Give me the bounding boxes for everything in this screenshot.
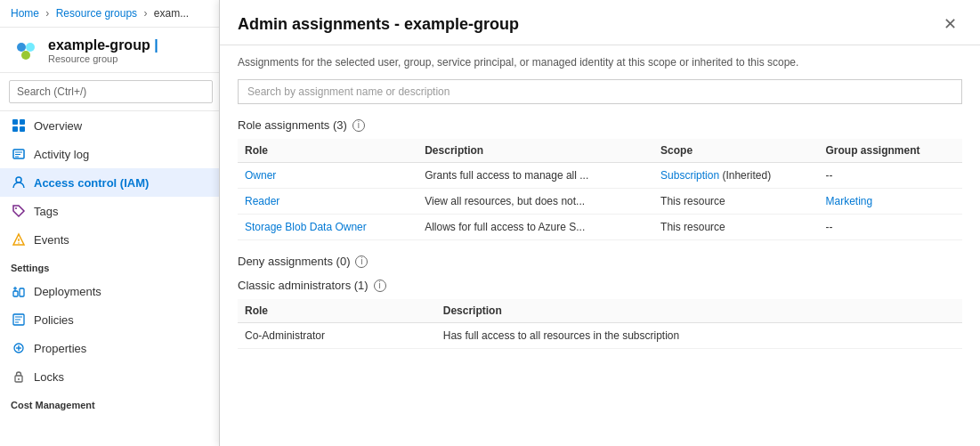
description-cell: Grants full access to manage all ...: [417, 163, 653, 189]
iam-icon: [11, 174, 27, 191]
svg-point-15: [18, 242, 20, 244]
svg-point-11: [16, 177, 21, 182]
policies-icon: [11, 312, 27, 328]
classic-admins-info-icon[interactable]: i: [374, 280, 386, 292]
close-button[interactable]: ✕: [938, 14, 962, 34]
sidebar-item-access-control[interactable]: Access control (IAM): [0, 168, 222, 197]
classic-role-cell: Co-Administrator: [238, 323, 436, 349]
scope-cell: Subscription (Inherited): [653, 163, 818, 189]
properties-icon: [11, 340, 27, 356]
resource-type: Resource group: [48, 53, 158, 64]
main-area: Admin assignments - example-group ✕ Assi…: [223, 0, 980, 446]
classic-admins-table: Role Description Co-Administrator Has fu…: [238, 299, 962, 349]
group-cell: Marketing: [818, 189, 962, 215]
col-role: Role: [238, 139, 417, 163]
activity-log-icon: [11, 146, 27, 162]
deny-assignments-section: Deny assignments (0) i: [238, 255, 962, 268]
table-row: Co-Administrator Has full access to all …: [238, 323, 962, 349]
sidebar-item-events[interactable]: Events: [0, 225, 222, 254]
deployments-icon: [11, 283, 27, 299]
role-assignments-label: Role assignments (3): [238, 118, 347, 132]
admin-assignments-panel: Admin assignments - example-group ✕ Assi…: [219, 0, 980, 446]
sidebar-label-policies: Policies: [34, 313, 74, 327]
sidebar-item-tags[interactable]: Tags: [0, 197, 222, 225]
resource-title: example-group | Resource group: [48, 37, 158, 64]
sidebar-label-locks: Locks: [34, 370, 64, 384]
scope-cell: This resource: [653, 189, 818, 215]
role-cell: Owner: [238, 163, 417, 189]
role-cell: Storage Blob Data Owner: [238, 215, 417, 240]
scope-cell: This resource: [653, 215, 818, 240]
resource-group-icon: [11, 36, 39, 65]
resource-header: example-group | Resource group: [0, 28, 222, 73]
nav-list: Overview Activity log: [0, 111, 222, 446]
group-cell: --: [818, 215, 962, 240]
svg-rect-5: [12, 126, 18, 132]
search-box[interactable]: [0, 73, 222, 111]
panel-body: Assignments for the selected user, group…: [220, 45, 980, 446]
deny-assignments-heading: Deny assignments (0) i: [238, 255, 962, 268]
table-row: Reader View all resources, but does not.…: [238, 189, 962, 215]
settings-section-label: Settings: [0, 254, 222, 277]
description-cell: Allows for full access to Azure S...: [417, 215, 653, 240]
locks-icon: [11, 369, 27, 385]
svg-point-0: [17, 43, 26, 52]
svg-rect-3: [12, 119, 18, 125]
group-link-marketing[interactable]: Marketing: [825, 195, 872, 207]
breadcrumb: Home › Resource groups › exam...: [0, 0, 222, 28]
role-assignments-info-icon[interactable]: i: [352, 119, 365, 132]
classic-admins-section: Classic administrators (1) i Role Descri…: [238, 279, 962, 349]
sidebar-item-overview[interactable]: Overview: [0, 111, 222, 140]
svg-rect-17: [20, 288, 24, 296]
table-row: Storage Blob Data Owner Allows for full …: [238, 215, 962, 240]
role-cell: Reader: [238, 189, 417, 215]
scope-link[interactable]: Subscription: [660, 169, 719, 182]
classic-description-cell: Has full access to all resources in the …: [436, 323, 962, 349]
role-link-owner[interactable]: Owner: [245, 169, 276, 182]
tag-icon: [11, 203, 27, 219]
classic-admins-label: Classic administrators (1): [238, 279, 369, 292]
deny-assignments-label: Deny assignments (0): [238, 255, 350, 268]
col-group: Group assignment: [818, 139, 962, 163]
breadcrumb-home[interactable]: Home: [11, 7, 39, 20]
overview-icon: [11, 118, 27, 134]
search-input[interactable]: [9, 80, 213, 103]
panel-title: Admin assignments - example-group: [238, 15, 519, 34]
deny-assignments-info-icon[interactable]: i: [355, 255, 368, 268]
breadcrumb-current: exam...: [154, 7, 189, 20]
svg-point-28: [18, 378, 20, 380]
sidebar-item-activity-log[interactable]: Activity log: [0, 140, 222, 168]
sidebar-item-policies[interactable]: Policies: [0, 305, 222, 334]
table-row: Owner Grants full access to manage all .…: [238, 163, 962, 189]
col-scope: Scope: [653, 139, 818, 163]
sidebar-label-properties: Properties: [34, 342, 86, 355]
svg-point-1: [26, 43, 35, 52]
scope-suffix: (Inherited): [722, 169, 771, 182]
sidebar-label-deployments: Deployments: [34, 285, 101, 298]
panel-description: Assignments for the selected user, group…: [238, 56, 962, 69]
sidebar-item-deployments[interactable]: Deployments: [0, 277, 222, 305]
svg-point-12: [15, 207, 17, 209]
role-assignments-table: Role Description Scope Group assignment …: [238, 139, 962, 240]
svg-rect-4: [20, 119, 25, 125]
breadcrumb-resource-groups[interactable]: Resource groups: [56, 7, 137, 20]
resource-name: example-group: [48, 37, 150, 53]
sidebar-label-tags: Tags: [34, 205, 58, 218]
panel-header: Admin assignments - example-group ✕: [220, 0, 980, 45]
description-cell: View all resources, but does not...: [417, 189, 653, 215]
svg-point-2: [21, 51, 30, 60]
role-assignments-heading: Role assignments (3) i: [238, 118, 962, 132]
sidebar-item-locks[interactable]: Locks: [0, 362, 222, 391]
sidebar-label-overview: Overview: [34, 119, 82, 133]
assignment-search-input[interactable]: [238, 79, 962, 104]
sidebar-label-access-control: Access control (IAM): [34, 176, 149, 190]
role-link-reader[interactable]: Reader: [245, 195, 279, 207]
sidebar-item-properties[interactable]: Properties: [0, 334, 222, 362]
group-cell: --: [818, 163, 962, 189]
svg-rect-6: [20, 126, 25, 132]
role-link-storage[interactable]: Storage Blob Data Owner: [245, 221, 367, 233]
classic-col-description: Description: [436, 299, 962, 323]
cost-management-section-label: Cost Management: [0, 391, 222, 414]
svg-rect-16: [13, 291, 18, 296]
classic-admins-heading: Classic administrators (1) i: [238, 279, 962, 292]
